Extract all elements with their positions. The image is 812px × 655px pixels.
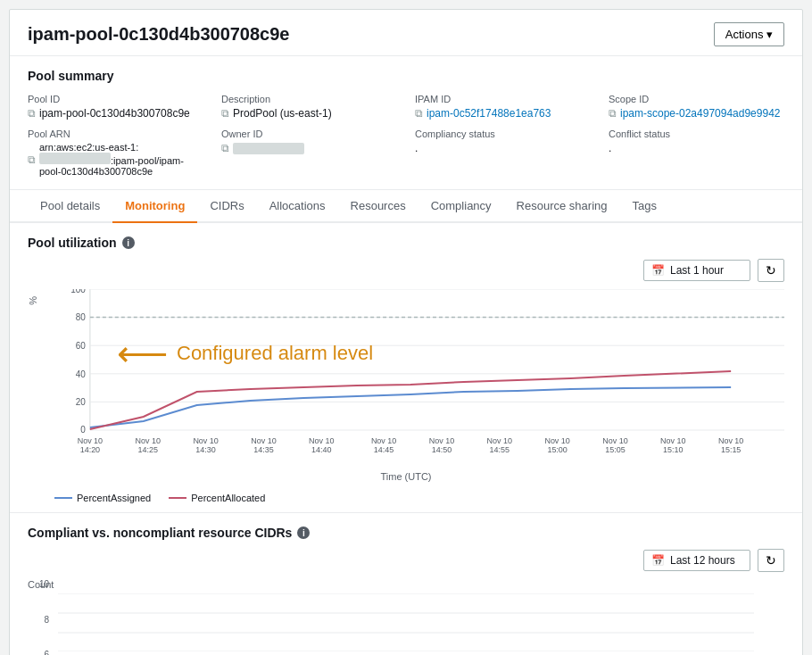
svg-text:14:40: 14:40 (311, 445, 331, 454)
copy-icon-arn[interactable]: ⧉ (28, 153, 36, 166)
svg-text:40: 40 (76, 369, 87, 379)
copy-icon-desc[interactable]: ⧉ (221, 107, 229, 120)
copy-icon-owner[interactable]: ⧉ (221, 142, 229, 154)
ipam-id-label: IPAM ID (415, 94, 591, 104)
copy-icon-ipam[interactable]: ⧉ (415, 107, 423, 120)
compliant-chart-controls: 📅 Last 12 hours ↻ (28, 549, 784, 572)
refresh-button[interactable]: ↻ (758, 259, 784, 282)
tab-pool-details[interactable]: Pool details (28, 190, 112, 223)
svg-text:15:10: 15:10 (663, 445, 683, 454)
svg-text:15:05: 15:05 (605, 445, 625, 454)
tab-cidrs[interactable]: CIDRs (197, 190, 256, 223)
pool-arn-value: ⧉ arn:aws:ec2:us-east-1::ipam-pool/ipam-… (28, 142, 203, 177)
tab-monitoring[interactable]: Monitoring (112, 190, 197, 223)
actions-button[interactable]: Actions ▾ (714, 22, 784, 46)
legend-line-assigned (54, 497, 72, 499)
scope-id-value[interactable]: ⧉ ipam-scope-02a497094ad9e9942 (609, 107, 784, 120)
compliant-y-label: Count (28, 579, 784, 590)
svg-text:20: 20 (76, 397, 87, 407)
summary-grid-row1: Pool ID ⧉ ipam-pool-0c130d4b300708c9e De… (28, 94, 784, 120)
tab-compliancy[interactable]: Compliancy (418, 190, 504, 223)
ipam-id-value[interactable]: ⧉ ipam-0c52f17488e1ea763 (415, 107, 591, 120)
compliancy-status-field: Compliancy status . (415, 129, 591, 177)
pool-summary-section: Pool summary Pool ID ⧉ ipam-pool-0c130d4… (10, 56, 802, 190)
svg-text:Nov 10: Nov 10 (544, 436, 569, 445)
utilization-svg: 100 80 60 40 20 0 Nov 1014:20 Nov (54, 289, 784, 459)
owner-id-label: Owner ID (221, 129, 397, 139)
compliancy-status-label: Compliancy status (415, 129, 591, 139)
svg-text:Nov 10: Nov 10 (309, 436, 334, 445)
svg-text:14:20: 14:20 (80, 445, 100, 454)
page-title: ipam-pool-0c130d4b300708c9e (28, 24, 290, 45)
time-range-select[interactable]: 📅 Last 1 hour (643, 260, 750, 281)
compliant-chart-info[interactable]: i (297, 526, 310, 539)
compliant-y-ticks: 10 8 6 (28, 579, 53, 655)
tabs-bar: Pool details Monitoring CIDRs Allocation… (10, 190, 802, 223)
description-label: Description (221, 94, 397, 104)
svg-text:60: 60 (76, 341, 87, 351)
conflict-status-label: Conflict status (609, 129, 784, 139)
tab-tags[interactable]: Tags (619, 190, 668, 223)
pool-utilization-info[interactable]: i (122, 236, 135, 249)
svg-text:Nov 10: Nov 10 (136, 436, 161, 445)
legend-label-assigned: PercentAssigned (77, 493, 151, 503)
pool-arn-label: Pool ARN (28, 129, 203, 139)
legend-percent-allocated: PercentAllocated (169, 493, 265, 503)
pool-id-value: ⧉ ipam-pool-0c130d4b300708c9e (28, 107, 203, 120)
copy-icon[interactable]: ⧉ (28, 107, 36, 120)
svg-text:14:30: 14:30 (195, 445, 215, 454)
svg-text:Nov 10: Nov 10 (251, 436, 276, 445)
pool-arn-field: Pool ARN ⧉ arn:aws:ec2:us-east-1::ipam-p… (28, 129, 203, 177)
compliant-chart-title: Compliant vs. noncompliant resource CIDR… (28, 526, 784, 540)
legend-label-allocated: PercentAllocated (191, 493, 265, 503)
compliant-refresh-button[interactable]: ↻ (758, 549, 784, 572)
chart-legend: PercentAssigned PercentAllocated (28, 493, 784, 503)
legend-percent-assigned: PercentAssigned (54, 493, 151, 503)
pool-utilization-chart: % 100 80 60 40 20 0 (28, 289, 784, 485)
compliancy-status-value: . (415, 142, 591, 154)
compliant-svg-area (28, 593, 784, 654)
svg-text:14:50: 14:50 (432, 445, 452, 454)
svg-text:Nov 10: Nov 10 (78, 436, 103, 445)
scope-id-field: Scope ID ⧉ ipam-scope-02a497094ad9e9942 (609, 94, 784, 120)
compliant-chart-section: Compliant vs. noncompliant resource CIDR… (10, 513, 802, 655)
svg-text:14:55: 14:55 (490, 445, 510, 454)
chart-controls: 📅 Last 1 hour ↻ (28, 259, 784, 282)
pool-id-field: Pool ID ⧉ ipam-pool-0c130d4b300708c9e (28, 94, 203, 120)
svg-text:80: 80 (76, 312, 87, 322)
svg-text:Nov 10: Nov 10 (718, 436, 743, 445)
compliant-chart-inner: 10 8 6 (28, 593, 784, 654)
ipam-id-field: IPAM ID ⧉ ipam-0c52f17488e1ea763 (415, 94, 591, 120)
owner-id-field: Owner ID ⧉ (221, 129, 397, 177)
tab-resources[interactable]: Resources (338, 190, 418, 223)
svg-text:Nov 10: Nov 10 (487, 436, 512, 445)
calendar-icon: 📅 (651, 264, 665, 277)
tab-resource-sharing[interactable]: Resource sharing (504, 190, 620, 223)
compliant-svg (28, 593, 784, 651)
pool-utilization-title: Pool utilization i (28, 236, 784, 250)
svg-text:Nov 10: Nov 10 (371, 436, 396, 445)
pool-utilization-section: Pool utilization i 📅 Last 1 hour ↻ % (10, 223, 802, 513)
page-wrapper: ipam-pool-0c130d4b300708c9e Actions ▾ Po… (9, 9, 803, 655)
legend-line-allocated (169, 497, 186, 499)
svg-text:15:00: 15:00 (547, 445, 567, 454)
svg-text:14:35: 14:35 (253, 445, 273, 454)
pool-summary-title: Pool summary (28, 69, 784, 83)
copy-icon-scope[interactable]: ⧉ (609, 107, 617, 120)
svg-text:100: 100 (70, 289, 86, 294)
tab-allocations[interactable]: Allocations (257, 190, 338, 223)
svg-text:Nov 10: Nov 10 (660, 436, 685, 445)
svg-text:14:25: 14:25 (138, 445, 158, 454)
x-axis-label: Time (UTC) (380, 471, 431, 482)
pool-id-label: Pool ID (28, 94, 203, 104)
svg-text:Nov 10: Nov 10 (602, 436, 627, 445)
page-header: ipam-pool-0c130d4b300708c9e Actions ▾ (10, 10, 802, 56)
svg-text:Nov 10: Nov 10 (193, 436, 218, 445)
svg-text:Nov 10: Nov 10 (429, 436, 454, 445)
conflict-status-value: . (609, 142, 784, 154)
description-value: ⧉ ProdPool (us-east-1) (221, 107, 397, 120)
chart-svg-area: 100 80 60 40 20 0 Nov 1014:20 Nov (54, 289, 784, 459)
compliant-time-range-select[interactable]: 📅 Last 12 hours (643, 550, 750, 571)
conflict-status-field: Conflict status . (609, 129, 784, 177)
calendar-icon-2: 📅 (651, 554, 665, 567)
